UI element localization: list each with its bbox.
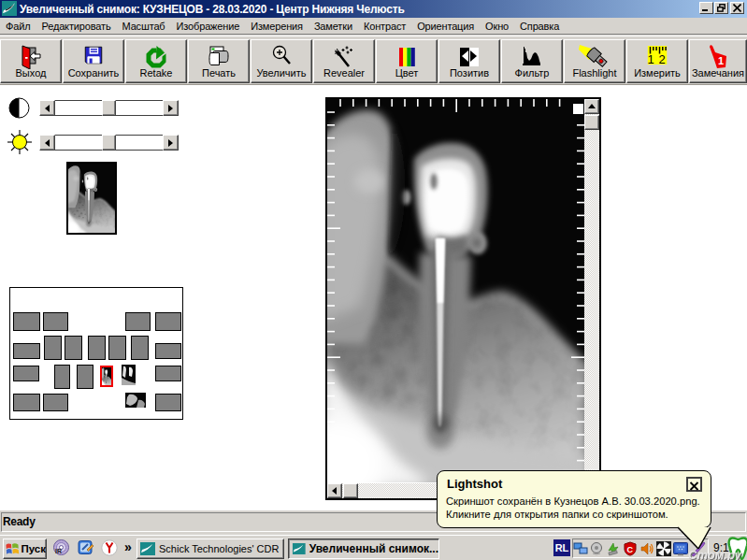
svg-text:1: 1 [718,55,724,66]
svg-text:IR: IR [55,548,62,554]
svg-text:C: C [627,545,634,554]
svg-text:2: 2 [659,52,666,65]
svg-text:1: 1 [648,52,654,65]
